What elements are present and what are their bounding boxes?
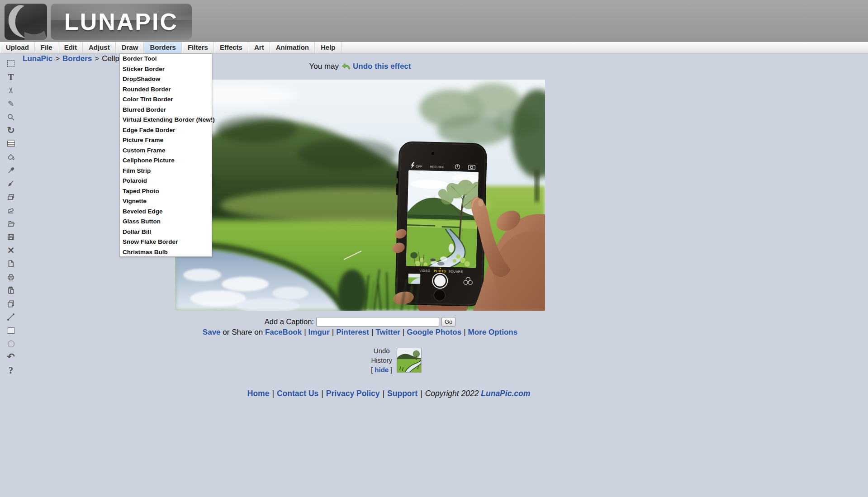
fill-bucket-icon[interactable] xyxy=(4,151,18,164)
footer-support-link[interactable]: Support xyxy=(387,389,417,398)
menu-upload[interactable]: Upload xyxy=(0,42,35,53)
shutter-button[interactable] xyxy=(432,273,448,289)
dropdown-item-virtual-extending-border[interactable]: Virtual Extending Border (New!) xyxy=(120,115,212,125)
share-imgur-link[interactable]: Imgur xyxy=(308,328,330,336)
menu-edit[interactable]: Edit xyxy=(58,42,83,53)
help-icon[interactable]: ? xyxy=(4,364,18,378)
home-button[interactable] xyxy=(434,289,446,301)
text-tool-icon[interactable]: T xyxy=(4,71,18,84)
dropdown-item-polaroid[interactable]: Polaroid xyxy=(120,176,212,186)
dropdown-item-dollar-bill[interactable]: Dollar Bill xyxy=(120,227,212,237)
dropdown-item-blurred-border[interactable]: Blurred Border xyxy=(120,105,212,115)
color-picker-icon[interactable] xyxy=(4,164,18,177)
scissors-icon[interactable]: ✂ xyxy=(4,84,18,97)
camera-roll-thumbnail[interactable] xyxy=(408,274,421,284)
phone: OFF HDR OFF xyxy=(393,141,487,306)
ellipse-tool-icon[interactable] xyxy=(4,337,18,351)
menu-filters[interactable]: Filters xyxy=(182,42,214,53)
undo-history: Undo History [ hide ] xyxy=(371,346,422,374)
image-layers-icon[interactable] xyxy=(4,190,18,204)
marquee-select-icon[interactable] xyxy=(4,57,18,71)
footer-separator: | xyxy=(321,389,323,398)
undo-arrow-icon xyxy=(342,63,351,70)
footer-home-link[interactable]: Home xyxy=(247,389,270,398)
dropdown-item-cellphone-picture[interactable]: Cellphone Picture xyxy=(120,156,212,166)
dropdown-item-beveled-edge[interactable]: Beveled Edge xyxy=(120,207,212,217)
footer-site-link[interactable]: LunaPic.com xyxy=(481,389,530,398)
breadcrumb-section-link[interactable]: Borders xyxy=(62,54,92,63)
dropdown-item-sticker-border[interactable]: Sticker Border xyxy=(120,64,212,75)
phone-screen-viewfinder xyxy=(406,170,483,268)
share-separator: | xyxy=(464,328,465,336)
hdr-off-label[interactable]: HDR OFF xyxy=(430,165,444,169)
eraser-icon[interactable] xyxy=(4,204,18,218)
dropdown-item-dropshadow[interactable]: DropShadow xyxy=(120,74,212,85)
copy-icon[interactable] xyxy=(4,297,18,311)
share-google-photos-link[interactable]: Google Photos xyxy=(407,328,461,336)
line-tool-icon[interactable] xyxy=(4,311,18,324)
undo-effect-link[interactable]: Undo this effect xyxy=(353,62,411,71)
paste-clipboard-icon[interactable] xyxy=(4,284,18,298)
caption-input[interactable] xyxy=(316,317,439,327)
lunapic-logo[interactable]: LUNAPIC xyxy=(51,4,192,40)
mode-photo-active[interactable]: PHOTO xyxy=(434,270,446,273)
open-file-icon[interactable] xyxy=(4,217,18,231)
breadcrumb-separator: > xyxy=(95,54,99,63)
pencil-glyph: ✎ xyxy=(8,100,14,108)
undo-tool-icon[interactable]: ↶ xyxy=(4,350,18,364)
paintbrush-icon[interactable] xyxy=(4,177,18,191)
dropdown-item-snow-flake-border[interactable]: Snow Flake Border xyxy=(120,237,212,247)
dropdown-item-edge-fade-border[interactable]: Edge Fade Border xyxy=(120,125,212,136)
banner-prefix: You may xyxy=(309,62,339,71)
menu-animation[interactable]: Animation xyxy=(270,42,315,53)
menu-borders[interactable]: Borders xyxy=(144,42,182,53)
menu-adjust[interactable]: Adjust xyxy=(83,42,116,53)
dropdown-item-film-strip[interactable]: Film Strip xyxy=(120,166,212,176)
print-icon[interactable] xyxy=(4,270,18,284)
history-thumbnail[interactable] xyxy=(397,348,422,373)
dropdown-item-border-tool[interactable]: Border Tool xyxy=(120,54,212,64)
save-icon[interactable] xyxy=(4,231,18,244)
new-document-icon[interactable] xyxy=(4,257,18,271)
history-hide-link[interactable]: hide xyxy=(375,366,389,374)
history-line1: Undo xyxy=(371,346,393,355)
dropdown-item-christmas-bulb[interactable]: Christmas Bulb xyxy=(120,247,212,258)
share-separator: | xyxy=(403,328,404,336)
share-more-options-link[interactable]: More Options xyxy=(468,328,518,336)
footer: Home|Contact Us|Privacy Policy|Support|C… xyxy=(0,389,778,398)
menu-draw[interactable]: Draw xyxy=(116,42,144,53)
bracket: [ xyxy=(371,366,373,374)
menu-art[interactable]: Art xyxy=(248,42,270,53)
breadcrumb-home-link[interactable]: LunaPic xyxy=(23,54,52,63)
rotate-icon[interactable]: ↻ xyxy=(4,124,18,137)
zoom-icon[interactable] xyxy=(4,110,18,124)
share-twitter-link[interactable]: Twitter xyxy=(375,328,400,336)
header-bar: LUNAPIC xyxy=(0,0,868,42)
dropdown-item-glass-button[interactable]: Glass Button xyxy=(120,217,212,227)
share-facebook-link[interactable]: FaceBook xyxy=(265,328,302,336)
rectangle-tool-icon[interactable] xyxy=(4,324,18,337)
dropdown-item-color-tint-border[interactable]: Color Tint Border xyxy=(120,95,212,105)
dropdown-item-vignette[interactable]: Vignette xyxy=(120,196,212,207)
delete-icon[interactable]: × xyxy=(4,244,18,257)
edited-image-canvas[interactable]: OFF HDR OFF xyxy=(175,80,545,311)
menu-effects[interactable]: Effects xyxy=(214,42,248,53)
breadcrumb-separator: > xyxy=(55,54,60,63)
save-link[interactable]: Save xyxy=(203,328,221,336)
footer-contact-link[interactable]: Contact Us xyxy=(277,389,318,398)
dropdown-item-picture-frame[interactable]: Picture Frame xyxy=(120,135,212,146)
menu-file[interactable]: File xyxy=(35,42,58,53)
footer-privacy-link[interactable]: Privacy Policy xyxy=(326,389,380,398)
pencil-icon[interactable]: ✎ xyxy=(4,97,18,111)
lunapic-moon-logo-icon[interactable] xyxy=(5,4,47,40)
resize-icon[interactable] xyxy=(4,137,18,151)
share-pinterest-link[interactable]: Pinterest xyxy=(336,328,369,336)
menu-help[interactable]: Help xyxy=(315,42,342,53)
flash-off-label[interactable]: OFF xyxy=(416,165,422,168)
history-line2: History xyxy=(371,355,393,365)
dropdown-item-custom-frame[interactable]: Custom Frame xyxy=(120,146,212,156)
caption-go-button[interactable]: Go xyxy=(441,317,455,327)
dropdown-item-rounded-border[interactable]: Rounded Border xyxy=(120,85,212,95)
mode-video[interactable]: VIDEO xyxy=(419,269,431,273)
dropdown-item-taped-photo[interactable]: Taped Photo xyxy=(120,186,212,197)
